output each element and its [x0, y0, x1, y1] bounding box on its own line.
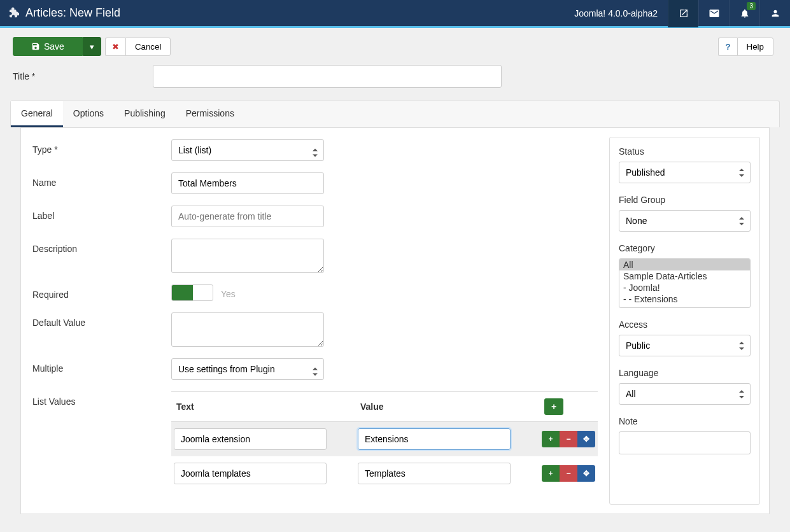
save-dropdown-button[interactable]: ▾ — [83, 37, 101, 56]
content-area: Type * List (list) Name Label Descriptio… — [20, 127, 770, 514]
toolbar: Save ▾ ✖ Cancel ? Help — [0, 28, 790, 61]
version-text: Joomla! 4.0.0-alpha2 — [564, 8, 668, 18]
status-select[interactable]: Published — [619, 162, 751, 183]
tabs: General Options Publishing Permissions — [10, 101, 780, 127]
list-text-input[interactable] — [174, 463, 327, 484]
category-item[interactable]: Sample Data-Articles — [619, 270, 750, 282]
row-remove-button[interactable]: − — [560, 465, 577, 482]
list-row: + − ✥ — [171, 422, 598, 457]
label-input[interactable] — [171, 206, 324, 227]
default-value-textarea[interactable] — [171, 312, 324, 347]
language-select[interactable]: All — [619, 383, 751, 405]
mail-button[interactable] — [698, 0, 729, 27]
access-label: Access — [619, 319, 751, 330]
external-link-button[interactable] — [668, 0, 698, 27]
category-item[interactable]: All — [619, 259, 750, 270]
topbar: Articles: New Field Joomla! 4.0.0-alpha2… — [0, 0, 790, 28]
type-select[interactable]: List (list) — [171, 139, 324, 161]
label-label: Label — [32, 206, 171, 221]
tab-options[interactable]: Options — [63, 101, 114, 127]
notifications-button[interactable]: 3 — [729, 0, 759, 27]
field-group-select[interactable]: None — [619, 210, 751, 232]
tab-permissions[interactable]: Permissions — [176, 101, 244, 127]
language-label: Language — [619, 368, 751, 378]
list-value-input[interactable] — [358, 463, 511, 484]
note-input[interactable] — [619, 431, 751, 454]
cancel-x-button[interactable]: ✖ — [105, 38, 125, 56]
list-values-label: List Values — [32, 391, 171, 407]
row-add-button[interactable]: + — [542, 431, 560, 447]
multiple-select[interactable]: Use settings from Plugin — [171, 358, 324, 380]
tab-general[interactable]: General — [11, 101, 63, 127]
description-label: Description — [32, 239, 171, 254]
type-label: Type * — [32, 139, 171, 155]
title-label: Title * — [13, 71, 153, 81]
list-th-value: Value — [355, 392, 539, 422]
category-item[interactable]: - Joomla! — [619, 282, 750, 293]
category-label: Category — [619, 243, 751, 253]
list-value-input[interactable] — [358, 428, 511, 450]
row-add-button[interactable]: + — [542, 465, 560, 482]
row-move-button[interactable]: ✥ — [577, 465, 595, 482]
note-label: Note — [619, 416, 751, 426]
category-item[interactable]: - - Extensions — [619, 293, 750, 305]
field-group-label: Field Group — [619, 195, 751, 205]
list-text-input[interactable] — [174, 428, 327, 450]
page-title: Articles: New Field — [25, 6, 120, 20]
notification-badge: 3 — [747, 2, 756, 10]
help-q-button[interactable]: ? — [718, 38, 737, 56]
user-button[interactable] — [759, 0, 790, 27]
required-toggle[interactable] — [171, 284, 213, 301]
list-values-table: Text Value + + − — [171, 391, 598, 491]
tab-publishing[interactable]: Publishing — [114, 101, 176, 127]
required-label: Required — [32, 284, 171, 300]
status-label: Status — [619, 146, 751, 157]
cancel-button[interactable]: Cancel — [125, 38, 171, 56]
category-list[interactable]: All Sample Data-Articles - Joomla! - - E… — [619, 258, 751, 308]
title-input[interactable] — [153, 65, 502, 88]
main-form: Type * List (list) Name Label Descriptio… — [21, 128, 607, 514]
multiple-label: Multiple — [32, 358, 171, 374]
name-label: Name — [32, 172, 171, 188]
description-textarea[interactable] — [171, 239, 324, 273]
list-th-text: Text — [171, 392, 355, 422]
row-remove-button[interactable]: − — [560, 431, 577, 447]
name-input[interactable] — [171, 172, 324, 194]
help-button[interactable]: Help — [737, 38, 773, 56]
default-value-label: Default Value — [32, 312, 171, 328]
puzzle-icon — [8, 6, 19, 20]
access-select[interactable]: Public — [619, 335, 751, 356]
title-row: Title * — [0, 61, 790, 101]
list-row: + − ✥ — [171, 456, 598, 491]
required-text: Yes — [221, 286, 236, 299]
save-button[interactable]: Save — [13, 37, 83, 56]
sidebar: Status Published Field Group None Catego… — [609, 137, 760, 505]
row-move-button[interactable]: ✥ — [577, 431, 595, 447]
list-add-button[interactable]: + — [544, 398, 563, 415]
save-label: Save — [44, 41, 64, 52]
